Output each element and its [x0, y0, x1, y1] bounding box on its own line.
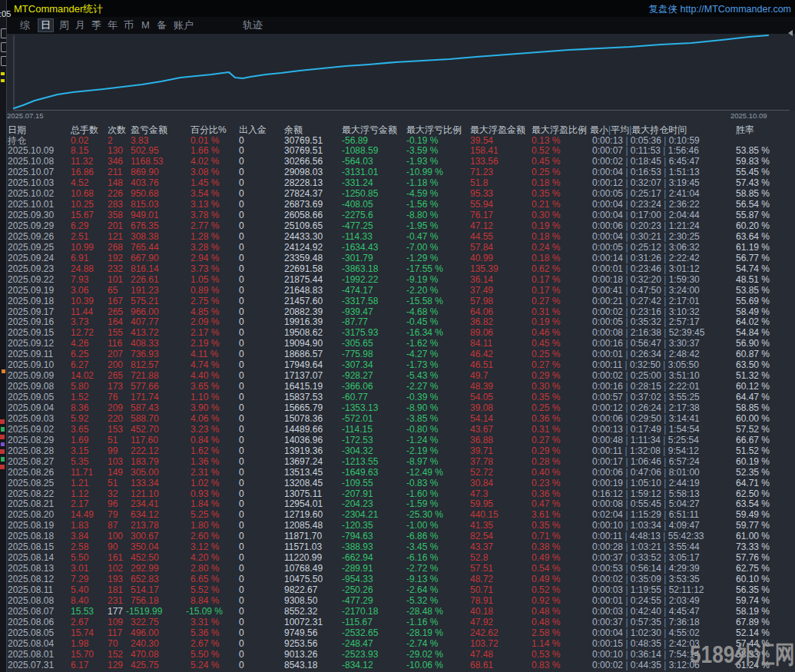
menu-item-7[interactable]: 币 [124, 17, 134, 34]
menu-item-11[interactable]: 轨迹 [243, 17, 263, 34]
table-row[interactable]: 2025.10.098.15130502.951.66 %030769.51-1… [0, 146, 795, 157]
menu-item-4[interactable]: 月 [75, 17, 85, 34]
table-row[interactable]: 2025.09.296.29201676.352.77 %025109.65-4… [0, 221, 795, 232]
menu-item-9[interactable]: 备 [157, 17, 167, 34]
table-row[interactable]: 2025.08.0515.74117496.005.36 %09749.56-2… [0, 628, 795, 639]
col-header-balance[interactable]: 余额 [284, 124, 303, 135]
col-header-inout[interactable]: 出入金 [239, 124, 267, 135]
cell-max-float-loss-pct: -2.64 % [406, 585, 438, 596]
col-header-count[interactable]: 次数 [108, 124, 126, 135]
table-row[interactable]: 2025.08.191.8387213.781.80 %012085.48-12… [0, 521, 795, 531]
table-row[interactable]: 2025.10.034.52148403.761.45 %028228.13-3… [0, 178, 795, 189]
table-row[interactable]: 2025.08.283.1599222.121.62 %013919.36-30… [0, 446, 795, 457]
menu-item-2[interactable]: 日 [38, 18, 54, 32]
cell-max-float-loss: -172.53 [342, 435, 373, 446]
col-header-date[interactable]: 日期 [8, 124, 26, 135]
table-row[interactable]: 2025.08.2014.4979634.125.25 %012719.60-2… [0, 510, 795, 521]
table-row[interactable]: 2025.09.2510.99268765.443.28 %024124.92-… [0, 243, 795, 253]
table-row[interactable]: 2025.09.2324.88232816.143.73 %022691.58-… [0, 264, 795, 275]
table-row[interactable]: 2025.08.183.84100300.672.60 %011871.70-7… [0, 531, 795, 542]
table-row[interactable]: 2025.09.246.91192667.902.94 %023359.48-3… [0, 253, 795, 264]
table-row[interactable]: 2025.08.2611.71149305.002.31 %013513.45-… [0, 468, 795, 478]
table-row[interactable]: 2025.09.262.51121308.381.28 %024433.30-1… [0, 232, 795, 243]
table-row[interactable]: 2025.08.115.40181514.175.52 %09822.67-25… [0, 585, 795, 596]
time-part: 2:22:01 [669, 381, 700, 392]
col-header-pnl[interactable]: 盈亏金额 [131, 124, 167, 135]
table-row[interactable]: 2025.09.1711.44265966.004.85 %020882.39-… [0, 307, 795, 318]
menu-item-6[interactable]: 年 [108, 17, 118, 34]
table-row[interactable]: 2025.10.0716.86211869.903.08 %029098.03-… [0, 167, 795, 178]
table-row[interactable]: 2025.09.116.25207736.934.11 %018686.57-7… [0, 349, 795, 360]
table-row[interactable]: 2025.10.0210.68226950.683.54 %027824.37-… [0, 189, 795, 200]
cell-date: 2025.09.18 [8, 296, 54, 307]
table-row[interactable]: 2025.08.291.6951117.600.84 %014036.96-17… [0, 435, 795, 446]
col-header-hold-time[interactable]: 最小|平均|最大持仓时间 [590, 124, 687, 135]
col-header-max-float-profit-pct[interactable]: 最大浮盈比例 [532, 124, 587, 135]
table-row[interactable]: 2025.08.062.67109322.753.31 %010072.31-1… [0, 617, 795, 628]
menu-item-1[interactable]: 综 [20, 17, 30, 34]
table-row[interactable]: 2025.09.048.36209587.433.90 %015665.79-1… [0, 403, 795, 414]
table-row[interactable]: 2025.08.041.9870240.302.67 %09253.56-248… [0, 639, 795, 650]
table-row[interactable]: 2025.09.085.80173577.663.65 %016415.19-3… [0, 382, 795, 392]
window-left-border [6, 0, 7, 672]
time-part: 0:23:46 [631, 263, 661, 274]
table-row[interactable]: 2025.09.227.93101226.611.05 %021875.44-1… [0, 275, 795, 286]
table-row[interactable]: 2025.08.251.2151133.341.02 %013208.45-10… [0, 478, 795, 489]
time-pipe: | [623, 231, 631, 242]
table-row[interactable]: 2025.09.023.65153452.703.23 %014489.66-1… [0, 425, 795, 435]
menu-item-10[interactable]: 账户 [174, 17, 194, 34]
table-row[interactable]: 2025.08.145.50161452.504.20 %011220.99-6… [0, 553, 795, 564]
col-header-max-float-loss-pct[interactable]: 最大浮亏比例 [406, 124, 462, 135]
time-part: 0:10:59 [669, 135, 700, 146]
table-row[interactable]: 2025.08.133.01102292.992.80 %010768.49-2… [0, 564, 795, 574]
table-row[interactable]: 2025.08.152.5890350.043.12 %011571.03-38… [0, 542, 795, 553]
col-header-lots[interactable]: 总手数 [71, 124, 98, 135]
table-row[interactable]: 2025.10.0110.25283815.033.13 %026873.69-… [0, 200, 795, 210]
table-row[interactable]: 2025.08.221.1232121.100.93 %013075.11-20… [0, 489, 795, 500]
time-pipe: | [661, 552, 669, 563]
cell-winrate: 66.67 % [736, 435, 770, 446]
table-row[interactable]: 2025.08.275.35103183.791.36 %013697.24-1… [0, 457, 795, 468]
table-row[interactable]: 2025.09.3015.67358949.013.78 %026058.66-… [0, 210, 795, 221]
table-row[interactable]: 2025.10.0811.323461168.534.02 %030266.56… [0, 157, 795, 167]
table-row[interactable]: 2025.08.088.40231756.188.84 %09308.50-47… [0, 596, 795, 607]
table-row[interactable]: 2025.08.0115.70152470.085.50 %09013.26-2… [0, 650, 795, 660]
table-row[interactable]: 2025.09.124.26116408.332.19 %019094.90-3… [0, 339, 795, 349]
table-row[interactable]: 2025.08.0715.53177-1519.99-15.09 %08552.… [0, 607, 795, 617]
table-row[interactable]: 2025.07.316.17129425.755.24 %08543.18-83… [0, 660, 795, 671]
cell-max-float-profit: 57.84 [470, 243, 493, 253]
cell-count: 220 [108, 414, 123, 425]
table-row[interactable]: 2025.09.035.92220588.704.06 %015078.36-5… [0, 414, 795, 425]
time-pipe: | [623, 306, 631, 317]
cell-max-float-loss-pct: -6.16 % [406, 553, 438, 564]
table-row[interactable]: 2025.08.212.1796234.411.84 %012954.01-20… [0, 499, 795, 510]
table-row[interactable]: 2025.08.127.29193652.836.65 %010475.50-9… [0, 574, 795, 585]
table-row[interactable]: 2025.09.1810.39167575.212.75 %021457.60-… [0, 296, 795, 307]
site-link[interactable]: 复盘侠 http://MTCommander.com [649, 3, 791, 16]
cell-max-float-profit-pct: 0.48 % [532, 617, 560, 628]
cell-max-float-profit-pct: 0.18 % [532, 178, 560, 189]
time-part: 0:00:10 [592, 649, 623, 660]
col-header-percent[interactable]: 百分比% [190, 124, 227, 135]
cell-max-float-loss-pct: -3.85 % [406, 414, 438, 425]
table-row[interactable]: 持仓0.0223.830.01 %030769.51-56.89-0.19 %3… [0, 136, 795, 147]
col-header-max-float-loss[interactable]: 最大浮亏金额 [342, 124, 397, 135]
table-row[interactable]: 2025.09.193.0665191.230.89 %021648.83-47… [0, 286, 795, 296]
table-row[interactable]: 2025.09.106.27200812.574.74 %017949.64-3… [0, 360, 795, 371]
cell-hold-times: 0:00:15 | 0:48:35 | 2:42:03 [592, 639, 700, 650]
table-row[interactable]: 2025.09.163.73164407.772.09 %019916.39-8… [0, 317, 795, 328]
table-row[interactable]: 2025.09.0914.02265721.884.40 %017137.07-… [0, 371, 795, 382]
menu-item-3[interactable]: 周 [59, 17, 69, 34]
table-row[interactable]: 2025.09.1512.72155413.722.17 %019508.62-… [0, 328, 795, 339]
col-header-max-float-profit[interactable]: 最大浮盈金额 [470, 124, 525, 135]
table-row[interactable]: 2025.09.051.5276171.741.10 %015837.53-60… [0, 392, 795, 403]
cell-pnl: 191.23 [131, 286, 159, 296]
col-header-winrate[interactable]: 胜率 [736, 124, 754, 135]
time-part: 3:06:32 [669, 242, 700, 253]
menu-item-5[interactable]: 季 [91, 17, 101, 34]
cell-balance: 12954.01 [284, 499, 323, 510]
scroll-left-arrow-icon[interactable] [788, 30, 793, 36]
menu-item-8[interactable]: M [141, 17, 150, 34]
cell-max-float-profit: 44.55 [470, 232, 493, 243]
cell-date: 2025.09.10 [8, 360, 54, 371]
